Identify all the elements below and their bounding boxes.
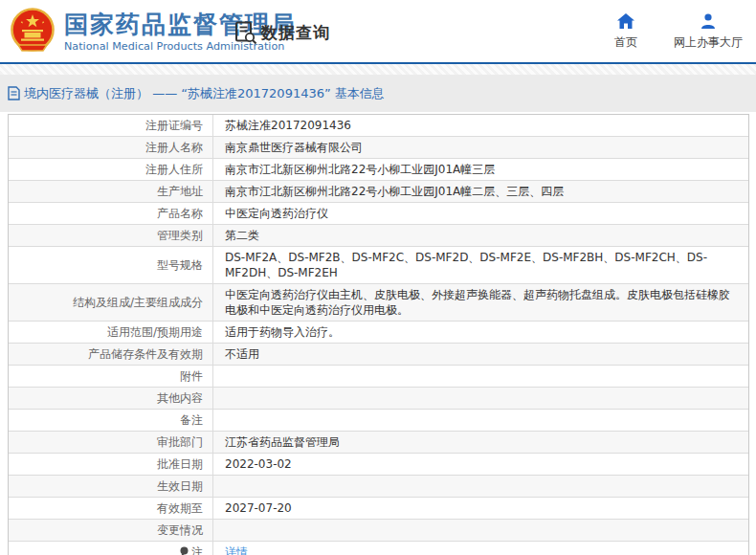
row-value	[213, 388, 748, 409]
row-label: 备注	[9, 410, 213, 431]
table-row: 审批部门江苏省药品监督管理局	[9, 431, 748, 453]
row-value	[213, 366, 748, 387]
nav-online-hall-label: 网上办事大厅	[674, 34, 743, 51]
row-value: 详情	[213, 542, 748, 555]
row-value: 适用于药物导入治疗。	[213, 322, 748, 343]
row-label: 生产地址	[9, 181, 213, 202]
row-value: 南京市江北新区柳州北路22号小柳工业园J01A幢三层	[213, 159, 748, 180]
title-bar: 境内医疗器械（注册） —— “苏械注准20172091436” 基本信息	[0, 75, 756, 112]
table-row: 型号规格DS-MF2A、DS-MF2B、DS-MF2C、DS-MF2D、DS-M…	[9, 246, 748, 283]
row-label: 批准日期	[9, 454, 213, 475]
table-row: 附件	[9, 365, 748, 387]
row-label: 注	[9, 542, 213, 555]
table-row: 产品名称中医定向透药治疗仪	[9, 202, 748, 224]
row-label: 管理类别	[9, 225, 213, 246]
user-icon	[700, 13, 717, 29]
data-query-icon	[234, 21, 257, 45]
row-label: 结构及组成/主要组成成分	[9, 284, 213, 321]
row-label: 型号规格	[9, 247, 213, 283]
row-value: 南京市江北新区柳州北路22号小柳工业园J01A幢二层、三层、四层	[213, 181, 748, 202]
nav-home[interactable]: 首页	[614, 13, 637, 51]
page-title: 境内医疗器械（注册） —— “苏械注准20172091436” 基本信息	[24, 85, 385, 102]
table-row: 其他内容	[9, 387, 748, 409]
row-value: 中医定向透药治疗仪由主机、皮肤电极、外接超声换能器、超声药物托盘组成。皮肤电极包…	[213, 284, 748, 321]
data-query[interactable]: 数据查询	[234, 21, 330, 45]
row-label: 注册人名称	[9, 137, 213, 158]
site-header: 国家药品监督管理局 National Medical Products Admi…	[0, 0, 756, 62]
nav-home-label: 首页	[614, 34, 637, 51]
row-value: 苏械注准20172091436	[213, 115, 748, 136]
hatch-strip	[0, 64, 756, 75]
row-value: 南京鼎世医疗器械有限公司	[213, 137, 748, 158]
row-label: 注册人住所	[9, 159, 213, 180]
table-row: 结构及组成/主要组成成分中医定向透药治疗仪由主机、皮肤电极、外接超声换能器、超声…	[9, 283, 748, 321]
row-label: 其他内容	[9, 388, 213, 409]
row-label: 产品名称	[9, 203, 213, 224]
table-row: 变更情况	[9, 519, 748, 541]
row-label: 变更情况	[9, 520, 213, 541]
national-emblem-icon	[9, 7, 56, 56]
table-row: 有效期至2027-07-20	[9, 497, 748, 519]
row-value	[213, 520, 748, 541]
row-value: 2022-03-02	[213, 454, 748, 475]
row-label: 生效日期	[9, 476, 213, 497]
row-value	[213, 476, 748, 497]
table-row: 生产地址南京市江北新区柳州北路22号小柳工业园J01A幢二层、三层、四层	[9, 180, 748, 202]
row-label: 适用范围/预期用途	[9, 322, 213, 343]
row-value: 第二类	[213, 225, 748, 246]
row-value: DS-MF2A、DS-MF2B、DS-MF2C、DS-MF2D、DS-MF2E、…	[213, 247, 748, 283]
row-label: 有效期至	[9, 498, 213, 519]
row-value: 江苏省药品监督管理局	[213, 432, 748, 453]
table-row: 生效日期	[9, 475, 748, 497]
document-icon	[8, 86, 20, 100]
table-row: 管理类别第二类	[9, 224, 748, 246]
home-icon	[617, 13, 634, 29]
table-row: 适用范围/预期用途适用于药物导入治疗。	[9, 321, 748, 343]
row-label: 审批部门	[9, 432, 213, 453]
row-value: 2027-07-20	[213, 498, 748, 519]
table-row: 注册证编号苏械注准20172091436	[9, 115, 748, 136]
table-row: 批准日期2022-03-02	[9, 453, 748, 475]
note-icon	[180, 546, 189, 555]
table-row: 注详情	[9, 541, 748, 555]
table-row: 产品储存条件及有效期不适用	[9, 343, 748, 365]
detail-link[interactable]: 详情	[225, 545, 248, 555]
row-value: 中医定向透药治疗仪	[213, 203, 748, 224]
row-label: 注册证编号	[9, 115, 213, 136]
table-row: 注册人住所南京市江北新区柳州北路22号小柳工业园J01A幢三层	[9, 158, 748, 180]
row-label: 产品储存条件及有效期	[9, 344, 213, 365]
row-label: 附件	[9, 366, 213, 387]
nav-online-hall[interactable]: 网上办事大厅	[674, 13, 743, 51]
registration-info-table: 注册证编号苏械注准20172091436注册人名称南京鼎世医疗器械有限公司注册人…	[8, 114, 749, 555]
row-value: 不适用	[213, 344, 748, 365]
header-nav: 首页 网上办事大厅	[578, 13, 743, 51]
table-row: 备注	[9, 409, 748, 431]
data-query-label: 数据查询	[261, 22, 330, 44]
table-row: 注册人名称南京鼎世医疗器械有限公司	[9, 136, 748, 158]
row-value	[213, 410, 748, 431]
